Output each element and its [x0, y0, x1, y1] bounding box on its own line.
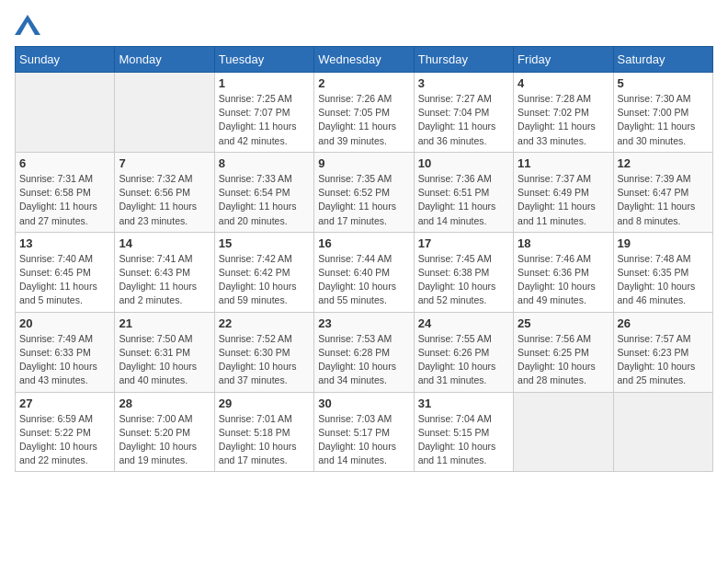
day-info: Sunrise: 7:42 AM Sunset: 6:42 PM Dayligh…	[219, 252, 310, 308]
day-number: 2	[318, 76, 409, 90]
day-number: 8	[219, 156, 310, 170]
calendar-cell: 3Sunrise: 7:27 AM Sunset: 7:04 PM Daylig…	[414, 73, 513, 153]
weekday-header-saturday: Saturday	[613, 47, 712, 73]
calendar-cell: 18Sunrise: 7:46 AM Sunset: 6:36 PM Dayli…	[514, 232, 613, 312]
day-info: Sunrise: 7:40 AM Sunset: 6:45 PM Dayligh…	[19, 252, 110, 308]
day-info: Sunrise: 7:35 AM Sunset: 6:52 PM Dayligh…	[318, 172, 409, 228]
day-number: 16	[318, 236, 409, 250]
calendar-header: SundayMondayTuesdayWednesdayThursdayFrid…	[16, 47, 713, 73]
calendar-cell: 17Sunrise: 7:45 AM Sunset: 6:38 PM Dayli…	[414, 232, 513, 312]
day-info: Sunrise: 7:49 AM Sunset: 6:33 PM Dayligh…	[19, 332, 110, 388]
calendar-cell	[115, 73, 214, 153]
week-row-2: 6Sunrise: 7:31 AM Sunset: 6:58 PM Daylig…	[16, 152, 713, 232]
day-number: 29	[219, 396, 310, 410]
day-number: 28	[119, 396, 210, 410]
day-info: Sunrise: 7:57 AM Sunset: 6:23 PM Dayligh…	[618, 332, 709, 388]
day-number: 21	[119, 316, 210, 330]
day-number: 25	[518, 316, 609, 330]
calendar-cell: 10Sunrise: 7:36 AM Sunset: 6:51 PM Dayli…	[414, 152, 513, 232]
day-number: 6	[19, 156, 110, 170]
day-number: 13	[19, 236, 110, 250]
day-info: Sunrise: 7:53 AM Sunset: 6:28 PM Dayligh…	[318, 332, 409, 388]
week-row-3: 13Sunrise: 7:40 AM Sunset: 6:45 PM Dayli…	[16, 232, 713, 312]
day-info: Sunrise: 7:36 AM Sunset: 6:51 PM Dayligh…	[418, 172, 509, 228]
weekday-header-monday: Monday	[115, 47, 214, 73]
calendar-cell: 21Sunrise: 7:50 AM Sunset: 6:31 PM Dayli…	[115, 312, 214, 392]
calendar-cell: 20Sunrise: 7:49 AM Sunset: 6:33 PM Dayli…	[16, 312, 115, 392]
day-info: Sunrise: 7:28 AM Sunset: 7:02 PM Dayligh…	[518, 92, 609, 148]
day-info: Sunrise: 7:04 AM Sunset: 5:15 PM Dayligh…	[418, 412, 509, 468]
day-info: Sunrise: 7:33 AM Sunset: 6:54 PM Dayligh…	[219, 172, 310, 228]
day-number: 3	[418, 76, 509, 90]
calendar-cell: 2Sunrise: 7:26 AM Sunset: 7:05 PM Daylig…	[314, 73, 414, 153]
logo	[15, 15, 44, 35]
day-info: Sunrise: 7:56 AM Sunset: 6:25 PM Dayligh…	[518, 332, 609, 388]
day-info: Sunrise: 7:30 AM Sunset: 7:00 PM Dayligh…	[618, 92, 709, 148]
day-number: 31	[418, 396, 509, 410]
day-number: 11	[518, 156, 609, 170]
day-number: 20	[19, 316, 110, 330]
calendar-cell: 7Sunrise: 7:32 AM Sunset: 6:56 PM Daylig…	[115, 152, 214, 232]
calendar-cell: 11Sunrise: 7:37 AM Sunset: 6:49 PM Dayli…	[514, 152, 613, 232]
calendar-cell	[514, 392, 613, 472]
calendar-cell: 16Sunrise: 7:44 AM Sunset: 6:40 PM Dayli…	[314, 232, 414, 312]
calendar-cell: 14Sunrise: 7:41 AM Sunset: 6:43 PM Dayli…	[115, 232, 214, 312]
day-info: Sunrise: 7:32 AM Sunset: 6:56 PM Dayligh…	[119, 172, 210, 228]
day-number: 19	[618, 236, 709, 250]
day-number: 26	[618, 316, 709, 330]
weekday-header-thursday: Thursday	[414, 47, 513, 73]
day-info: Sunrise: 7:00 AM Sunset: 5:20 PM Dayligh…	[119, 412, 210, 468]
calendar-cell: 28Sunrise: 7:00 AM Sunset: 5:20 PM Dayli…	[115, 392, 214, 472]
calendar-cell: 19Sunrise: 7:48 AM Sunset: 6:35 PM Dayli…	[613, 232, 712, 312]
calendar-cell: 27Sunrise: 6:59 AM Sunset: 5:22 PM Dayli…	[16, 392, 115, 472]
calendar-cell: 26Sunrise: 7:57 AM Sunset: 6:23 PM Dayli…	[613, 312, 712, 392]
day-number: 30	[318, 396, 409, 410]
calendar-cell: 23Sunrise: 7:53 AM Sunset: 6:28 PM Dayli…	[314, 312, 414, 392]
calendar-cell: 1Sunrise: 7:25 AM Sunset: 7:07 PM Daylig…	[214, 73, 313, 153]
day-number: 15	[219, 236, 310, 250]
day-info: Sunrise: 7:37 AM Sunset: 6:49 PM Dayligh…	[518, 172, 609, 228]
day-number: 9	[318, 156, 409, 170]
day-number: 14	[119, 236, 210, 250]
weekday-header-tuesday: Tuesday	[214, 47, 313, 73]
day-number: 12	[618, 156, 709, 170]
day-number: 17	[418, 236, 509, 250]
day-info: Sunrise: 7:01 AM Sunset: 5:18 PM Dayligh…	[219, 412, 310, 468]
day-info: Sunrise: 7:46 AM Sunset: 6:36 PM Dayligh…	[518, 252, 609, 308]
calendar-cell: 12Sunrise: 7:39 AM Sunset: 6:47 PM Dayli…	[613, 152, 712, 232]
day-info: Sunrise: 7:41 AM Sunset: 6:43 PM Dayligh…	[119, 252, 210, 308]
calendar-cell: 31Sunrise: 7:04 AM Sunset: 5:15 PM Dayli…	[414, 392, 513, 472]
week-row-5: 27Sunrise: 6:59 AM Sunset: 5:22 PM Dayli…	[16, 392, 713, 472]
weekday-header-wednesday: Wednesday	[314, 47, 414, 73]
day-info: Sunrise: 7:52 AM Sunset: 6:30 PM Dayligh…	[219, 332, 310, 388]
day-info: Sunrise: 7:27 AM Sunset: 7:04 PM Dayligh…	[418, 92, 509, 148]
week-row-1: 1Sunrise: 7:25 AM Sunset: 7:07 PM Daylig…	[16, 73, 713, 153]
logo-icon	[15, 15, 40, 35]
calendar-cell: 25Sunrise: 7:56 AM Sunset: 6:25 PM Dayli…	[514, 312, 613, 392]
day-number: 27	[19, 396, 110, 410]
calendar-cell	[613, 392, 712, 472]
calendar-cell: 6Sunrise: 7:31 AM Sunset: 6:58 PM Daylig…	[16, 152, 115, 232]
day-info: Sunrise: 6:59 AM Sunset: 5:22 PM Dayligh…	[19, 412, 110, 468]
day-info: Sunrise: 7:48 AM Sunset: 6:35 PM Dayligh…	[618, 252, 709, 308]
weekday-header-sunday: Sunday	[16, 47, 115, 73]
calendar-cell: 9Sunrise: 7:35 AM Sunset: 6:52 PM Daylig…	[314, 152, 414, 232]
day-number: 24	[418, 316, 509, 330]
day-info: Sunrise: 7:31 AM Sunset: 6:58 PM Dayligh…	[19, 172, 110, 228]
day-info: Sunrise: 7:26 AM Sunset: 7:05 PM Dayligh…	[318, 92, 409, 148]
day-number: 1	[219, 76, 310, 90]
calendar-cell: 13Sunrise: 7:40 AM Sunset: 6:45 PM Dayli…	[16, 232, 115, 312]
calendar-cell: 5Sunrise: 7:30 AM Sunset: 7:00 PM Daylig…	[613, 73, 712, 153]
calendar-cell: 30Sunrise: 7:03 AM Sunset: 5:17 PM Dayli…	[314, 392, 414, 472]
day-number: 23	[318, 316, 409, 330]
day-number: 18	[518, 236, 609, 250]
day-number: 5	[618, 76, 709, 90]
day-info: Sunrise: 7:50 AM Sunset: 6:31 PM Dayligh…	[119, 332, 210, 388]
day-info: Sunrise: 7:44 AM Sunset: 6:40 PM Dayligh…	[318, 252, 409, 308]
calendar-cell: 29Sunrise: 7:01 AM Sunset: 5:18 PM Dayli…	[214, 392, 313, 472]
calendar-table: SundayMondayTuesdayWednesdayThursdayFrid…	[15, 46, 713, 472]
calendar-cell: 8Sunrise: 7:33 AM Sunset: 6:54 PM Daylig…	[214, 152, 313, 232]
calendar-cell	[16, 73, 115, 153]
calendar-cell: 24Sunrise: 7:55 AM Sunset: 6:26 PM Dayli…	[414, 312, 513, 392]
weekday-header-friday: Friday	[514, 47, 613, 73]
